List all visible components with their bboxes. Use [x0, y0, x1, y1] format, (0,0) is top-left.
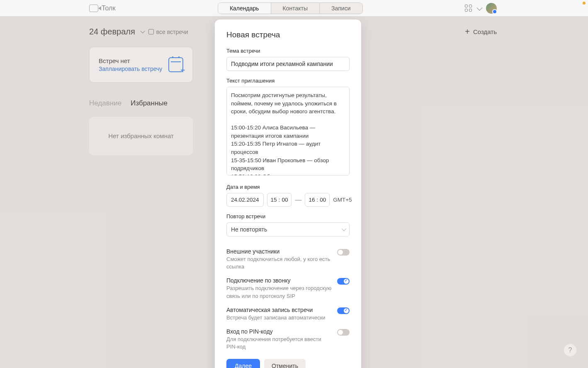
external-title: Внешние участники — [226, 248, 332, 255]
pin-sub: Для подключения потребуется ввести PIN-к… — [226, 336, 332, 351]
repeat-value: Не повторять — [231, 226, 267, 233]
timezone-label: GMT+5 — [333, 197, 352, 203]
subject-input[interactable] — [226, 57, 350, 71]
subject-label: Тема встречи — [226, 48, 350, 54]
external-sub: Сможет подключиться любой, у кого есть с… — [226, 256, 332, 271]
help-button[interactable]: ? — [564, 344, 576, 356]
invite-textarea[interactable]: Посмотрим достигнутые результаты, поймем… — [226, 87, 350, 175]
datetime-row: 24.02.2024 15:00 — 16:00 GMT+5 — [226, 193, 350, 207]
dialin-title: Подключение по звонку — [226, 277, 332, 284]
dialin-sub: Разрешить подключение через городскую св… — [226, 285, 332, 300]
cancel-button[interactable]: Отменить — [264, 359, 306, 368]
pin-title: Вход по PIN-коду — [226, 328, 332, 335]
invite-label: Текст приглашения — [226, 78, 350, 84]
end-time-input[interactable]: 16:00 — [305, 193, 330, 207]
new-meeting-modal: Новая встреча Тема встречи Текст приглаш… — [215, 19, 361, 368]
datetime-label: Дата и время — [226, 184, 350, 190]
dialin-toggle[interactable] — [337, 278, 350, 285]
next-button[interactable]: Далее — [226, 359, 260, 368]
dash-icon: — — [295, 196, 301, 204]
record-sub: Встреча будет записана автоматически — [226, 314, 332, 322]
date-input[interactable]: 24.02.2024 — [226, 193, 264, 207]
chevron-down-icon — [342, 227, 346, 231]
start-time-input[interactable]: 15:00 — [267, 193, 292, 207]
external-toggle[interactable] — [337, 249, 350, 256]
toggle-pin: Вход по PIN-коду Для подключения потребу… — [226, 328, 350, 351]
record-toggle[interactable] — [337, 307, 350, 314]
toggle-record: Автоматическая запись встречи Встреча бу… — [226, 307, 350, 322]
pin-toggle[interactable] — [337, 329, 350, 336]
repeat-label: Повтор встречи — [226, 213, 350, 219]
repeat-select[interactable]: Не повторять — [226, 222, 350, 236]
toggle-external: Внешние участники Сможет подключиться лю… — [226, 248, 350, 271]
record-title: Автоматическая запись встречи — [226, 307, 332, 313]
modal-buttons: Далее Отменить — [226, 359, 350, 368]
modal-title: Новая встреча — [226, 30, 350, 39]
toggle-dialin: Подключение по звонку Разрешить подключе… — [226, 277, 350, 300]
